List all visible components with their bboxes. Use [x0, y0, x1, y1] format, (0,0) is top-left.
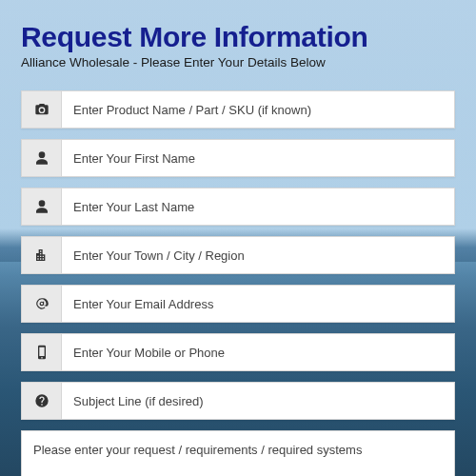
last-name-input[interactable]: [62, 188, 454, 225]
subject-field: [21, 382, 455, 420]
form-container: Request More Information Alliance Wholes…: [0, 0, 476, 476]
question-icon: [22, 383, 62, 419]
first-name-input[interactable]: [62, 140, 454, 176]
phone-field: [21, 333, 455, 371]
first-name-field: [21, 139, 455, 177]
message-field: [21, 430, 455, 476]
email-field: [21, 285, 455, 323]
city-icon: [22, 237, 62, 273]
mobile-icon: [22, 334, 62, 370]
camera-icon: [22, 91, 62, 128]
last-name-field: [21, 188, 455, 226]
town-input[interactable]: [62, 237, 454, 273]
request-form: [21, 90, 455, 476]
product-input[interactable]: [62, 91, 454, 128]
at-icon: [22, 286, 62, 322]
page-subtitle: Alliance Wholesale - Please Enter Your D…: [21, 55, 455, 69]
page-title: Request More Information: [21, 21, 455, 53]
user-icon: [22, 188, 62, 225]
user-icon: [22, 140, 62, 176]
phone-input[interactable]: [62, 334, 454, 370]
town-field: [21, 236, 455, 274]
email-input[interactable]: [62, 286, 454, 322]
message-input[interactable]: [33, 443, 443, 464]
product-field: [21, 90, 455, 129]
subject-input[interactable]: [62, 383, 454, 419]
